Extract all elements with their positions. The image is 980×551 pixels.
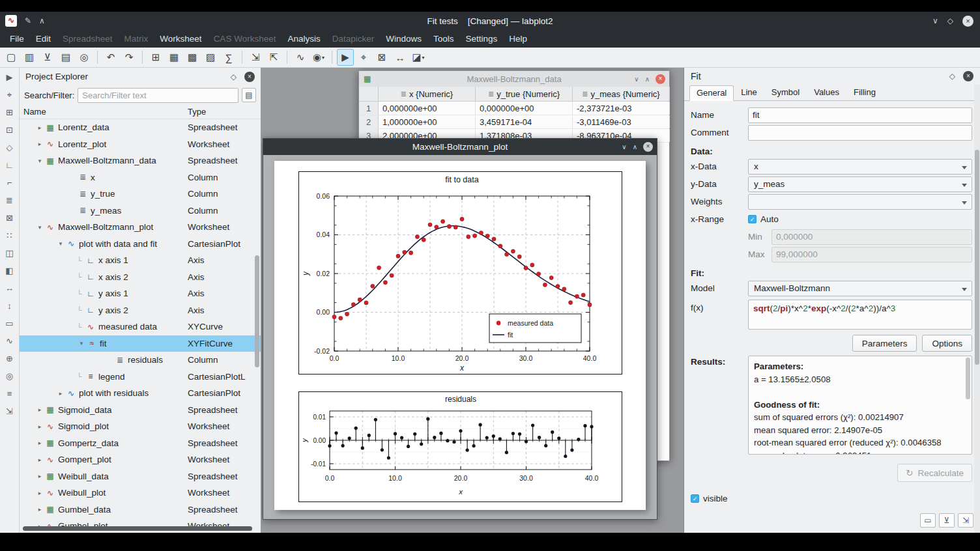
weights-combobox[interactable] [748,194,972,210]
v-resize-tool-icon[interactable]: ↕ [7,302,12,310]
expander-icon[interactable]: ▾ [77,340,86,346]
tree-row-maxwell-boltzmann-plot[interactable]: ▾∿Maxwell-Boltzmann_plotWorksheet [20,219,261,236]
window-shade-icon[interactable]: ∨ [634,76,639,83]
corner-tool-icon[interactable]: ⌐ [7,178,12,187]
data-cell[interactable]: 1,000000e+00 [379,115,476,128]
comment-field[interactable] [748,125,972,141]
tree-row-maxwell-boltzmann-data[interactable]: ▾▦Maxwell-Boltzmann_dataSpreadsheet [20,152,261,169]
spreadsheet-window-titlebar[interactable]: ▦ Maxwell-Boltzmann_data ∨ ∧ × [359,71,669,87]
tree-row-weibull-data[interactable]: ▸▦Weibull_dataSpreadsheet [20,468,261,485]
expander-icon[interactable]: ▸ [35,406,44,413]
formula-box[interactable]: sqrt(2/pi)*x^2*exp(-x^2/(2*a^2))/a^3 [748,300,972,330]
chevron-down-icon[interactable]: ∨ [932,16,938,25]
tree-row-x[interactable]: ≣xColumn [20,169,261,186]
grid-tool-icon[interactable]: ⊞ [6,108,13,117]
window-restore-icon[interactable]: ∧ [645,76,650,83]
curve-tool-icon[interactable]: ∿ [6,337,13,345]
tree-vertical-scrollbar[interactable] [255,255,259,367]
tree-row-x-axis-1[interactable]: └∟x axis 1Axis [20,252,261,269]
tree-row-y-meas[interactable]: ≣y_measColumn [20,203,261,219]
select-mode-icon[interactable]: ▶ [337,49,354,66]
import-data-icon[interactable]: ⇲ [247,49,264,66]
row-number-cell[interactable]: 1 [359,102,379,115]
expander-icon[interactable]: ▸ [35,506,44,513]
note-tool-icon[interactable]: ▭ [5,319,13,328]
tree-row-lorentz-plot[interactable]: ▸∿Lorentz_plotWorksheet [20,136,261,153]
sheet-column-header[interactable]: ≣x {Numeric} [379,87,476,101]
tree-row-y-axis-2[interactable]: └∟y axis 2Axis [20,302,261,319]
close-dock-icon[interactable]: × [963,71,973,81]
tree-row-measured-data[interactable]: └∿measured dataXYCurve [20,318,261,335]
auto-checkbox[interactable]: ✓ [748,215,757,223]
tree-row-y-true[interactable]: ≣y_trueColumn [20,186,261,203]
tab-values[interactable]: Values [807,85,846,100]
sheet-corner-cell[interactable] [359,87,379,101]
data-cell[interactable]: 0,000000e+00 [379,102,476,115]
diamond-icon[interactable]: ◇ [947,16,953,25]
visible-checkbox[interactable]: ✓ [691,494,699,503]
export-results-button[interactable]: ⇲ [958,513,973,528]
pin-icon[interactable]: ✎ [25,16,31,25]
tab-filling[interactable]: Filling [846,85,883,100]
menu-settings[interactable]: Settings [460,31,504,46]
name-field[interactable] [748,107,972,123]
column-statistics-icon[interactable]: ∑ [220,49,237,66]
tab-general[interactable]: General [689,85,734,101]
tree-row-sigmoid-plot[interactable]: ▸∿Sigmoid_plotWorksheet [20,418,261,435]
menu-matrix[interactable]: Matrix [119,31,154,46]
tree-row-legend[interactable]: └≡legendCartesianPlotL [20,369,261,386]
menu-tools[interactable]: Tools [427,31,460,46]
redo-icon[interactable]: ↷ [121,49,137,66]
search-input[interactable] [78,88,238,103]
shade-icon[interactable]: ∧ [39,16,45,25]
panel-tool-icon[interactable]: ◧ [5,266,13,275]
worksheet-close-button[interactable]: × [643,142,653,152]
window-shade-icon[interactable]: ∨ [622,143,626,150]
open-document-icon[interactable]: ▥ [21,49,38,66]
xdata-combobox[interactable]: x [748,159,972,175]
h-resize-tool-icon[interactable]: ↔ [5,284,14,292]
dock-scrollbar-thumb[interactable] [975,150,979,365]
menu-edit[interactable]: Edit [30,31,57,46]
dots-tool-icon[interactable]: ∷ [7,231,12,240]
crosshair-tool-icon[interactable]: ⌖ [7,91,12,99]
print-preview-icon[interactable]: ◎ [76,49,93,66]
add-tool-icon[interactable]: ⊕ [6,354,13,363]
menu-windows[interactable]: Windows [380,31,427,46]
zoom-select-icon[interactable]: ◉▾ [310,49,327,66]
tree-row-lorentz-data[interactable]: ▸▦Lorentz_dataSpreadsheet [20,119,261,136]
data-cell[interactable]: 0,000000e+00 [476,102,573,115]
tree-row-fit[interactable]: ▾≈fitXYFitCurve [20,335,261,352]
sheet-column-header[interactable]: ≣y_meas {Numeric} [573,87,670,101]
window-restore-icon[interactable]: ∧ [633,143,637,150]
print-icon[interactable]: ▤ [57,49,74,66]
model-combobox[interactable]: Maxwell-Boltzmann [748,281,972,296]
column-header-name[interactable]: Name [20,107,188,117]
new-worksheet-icon[interactable]: ∿ [292,49,309,66]
diamond-tool-icon[interactable]: ◇ [7,143,13,152]
menu-file[interactable]: File [4,31,30,46]
results-box[interactable]: Parameters:a = 13.1565±2.0508 Goodness o… [748,356,972,455]
load-function-button[interactable]: ▭ [920,513,936,528]
axis-tool-icon[interactable]: ∟ [5,161,14,169]
expander-icon[interactable]: ▸ [35,124,44,131]
add-plot-icon[interactable]: ◪▾ [410,49,427,66]
export-data-icon[interactable]: ⇱ [265,49,282,66]
close-panel-icon[interactable]: × [244,72,255,82]
legend-tool-icon[interactable]: ≡ [7,389,12,398]
pan-mode-icon[interactable]: ↔ [392,49,409,66]
float-dock-icon[interactable]: ◇ [949,72,955,81]
tree-row-residuals[interactable]: ≣residualsColumn [20,352,261,369]
expander-icon[interactable]: ▸ [35,423,44,430]
expander-icon[interactable]: ▸ [35,457,44,463]
parameters-button[interactable]: Parameters [852,335,917,352]
list-tool-icon[interactable]: ≣ [6,196,13,205]
save-function-button[interactable]: ⊻ [939,513,955,528]
sheet-column-header[interactable]: ≣y_true {Numeric} [476,87,573,101]
menu-worksheet[interactable]: Worksheet [154,31,207,46]
undo-icon[interactable]: ↶ [102,49,119,66]
column-header-type[interactable]: Type [188,107,261,117]
tab-line[interactable]: Line [734,85,764,100]
split-tool-icon[interactable]: ◫ [5,249,13,257]
zoom-mode-icon[interactable]: ⊠ [373,49,390,66]
